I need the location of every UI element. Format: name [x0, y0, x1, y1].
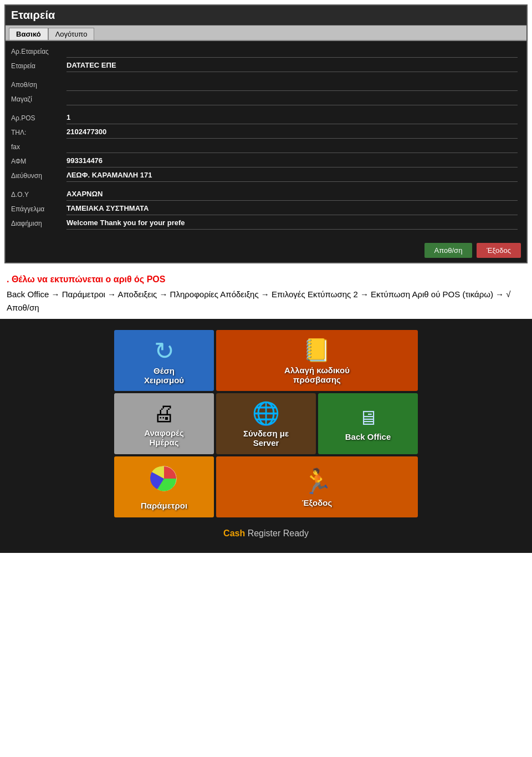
- form-row-ar-etaireias: Αρ.Εταιρείας: [11, 47, 518, 59]
- register-ready-text: Register Ready: [245, 529, 309, 538]
- run-icon: 🏃: [302, 467, 332, 496]
- etaireia-panel: Εταιρεία Βασικό Λογότυπο Αρ.Εταιρείας Ετ…: [4, 4, 528, 263]
- tab-vasiko[interactable]: Βασικό: [9, 28, 48, 40]
- printer-icon: 🖨: [153, 401, 175, 426]
- label-ar-etaireias: Αρ.Εταιρείας: [11, 47, 66, 55]
- monitor-icon: 🖥: [358, 407, 378, 430]
- tab-logotypo[interactable]: Λογότυπο: [48, 28, 95, 40]
- tile-exodos-label: Έξοδος: [302, 498, 332, 507]
- form-area: Αρ.Εταιρείας Εταιρεία DATATEC ΕΠΕ Αποθ/σ…: [6, 41, 526, 238]
- tile-backoffice[interactable]: 🖥 Back Office: [318, 393, 418, 454]
- tile-thesi-label: ΘέσηΧειρισμού: [144, 366, 184, 385]
- save-button[interactable]: Αποθ/ση: [424, 243, 473, 258]
- form-buttons: Αποθ/ση Έξοδος: [6, 238, 526, 262]
- tile-exodos[interactable]: 🏃 Έξοδος: [216, 456, 418, 517]
- value-apothisi: [66, 80, 518, 91]
- form-row-apothisi: Αποθ/ση: [11, 80, 518, 92]
- tile-thesi[interactable]: ↻ ΘέσηΧειρισμού: [114, 330, 214, 391]
- tile-backoffice-label: Back Office: [345, 432, 391, 441]
- tile-anafores[interactable]: 🖨 ΑναφορέςΗμέρας: [114, 393, 214, 454]
- label-fax: fax: [11, 142, 66, 151]
- value-afm: 993314476: [66, 156, 518, 167]
- form-row-etaireia: Εταιρεία DATATEC ΕΠΕ: [11, 61, 518, 73]
- instruction-body: Back Office → Παράμετροι → Αποδειξεις → …: [7, 288, 525, 314]
- tile-parametroi[interactable]: Παράμετροι: [114, 456, 214, 517]
- form-row-dieythynsi: Διεύθυνση ΛΕΩΦ. ΚΑΡΑΜΑΝΛΗ 171: [11, 171, 518, 183]
- label-dieythynsi: Διεύθυνση: [11, 171, 66, 180]
- label-magazi: Μαγαζί: [11, 94, 66, 103]
- tile-anafores-label: ΑναφορέςΗμέρας: [144, 428, 184, 447]
- label-doy: Δ.Ο.Υ: [11, 190, 66, 199]
- value-etaireia: DATATEC ΕΠΕ: [66, 61, 518, 72]
- globe-icon: 🌐: [252, 400, 280, 426]
- value-dieythynsi: ΛΕΩΦ. ΚΑΡΑΜΑΝΛΗ 171: [66, 171, 518, 182]
- label-epaggelma: Επάγγελμα: [11, 204, 66, 213]
- tile-allagi-label: Αλλαγή κωδικούπρόσβασης: [284, 365, 350, 384]
- tiles-grid: ↻ ΘέσηΧειρισμού 📒 Αλλαγή κωδικούπρόσβαση…: [114, 330, 418, 517]
- tile-syndesi-label: Σύνδεση μεServer: [243, 429, 289, 448]
- value-diafimisi: Welcome Thank you for your prefe: [66, 219, 518, 230]
- form-row-fax: fax: [11, 142, 518, 154]
- label-etaireia: Εταιρεία: [11, 61, 66, 70]
- instruction-section: . Θέλω να εκτυπώνεται ο αριθ ός POS Back…: [0, 268, 532, 319]
- cash-register-status: Cash Register Ready: [223, 517, 309, 547]
- cash-word: Cash: [223, 529, 245, 538]
- value-magazi: [66, 94, 518, 105]
- tile-syndesi[interactable]: 🌐 Σύνδεση μεServer: [216, 393, 316, 454]
- tabs-bar: Βασικό Λογότυπο: [6, 26, 526, 41]
- book-icon: 📒: [303, 337, 331, 363]
- label-afm: ΑΦΜ: [11, 156, 66, 165]
- form-row-doy: Δ.Ο.Υ ΑΧΑΡΝΩΝ: [11, 190, 518, 202]
- value-arpos: 1: [66, 113, 518, 124]
- menu-section: ↻ ΘέσηΧειρισμού 📒 Αλλαγή κωδικούπρόσβαση…: [0, 319, 532, 553]
- value-fax: [66, 142, 518, 153]
- label-thl: ΤΗΛ:: [11, 128, 66, 136]
- pie-icon: [149, 464, 179, 499]
- tile-parametroi-label: Παράμετροι: [141, 501, 187, 510]
- form-row-afm: ΑΦΜ 993314476: [11, 156, 518, 169]
- label-diafimisi: Διαφήμιση: [11, 219, 66, 227]
- form-row-diafimisi: Διαφήμιση Welcome Thank you for your pre…: [11, 219, 518, 231]
- instruction-title: . Θέλω να εκτυπώνεται ο αριθ ός POS: [7, 275, 525, 284]
- form-row-thl: ΤΗΛ: 2102477300: [11, 128, 518, 140]
- arrows-icon: ↻: [154, 337, 175, 365]
- label-apothisi: Αποθ/ση: [11, 80, 66, 89]
- exit-button[interactable]: Έξοδος: [477, 243, 521, 258]
- value-epaggelma: ΤΑΜΕΙΑΚΑ ΣΥΣΤΗΜΑΤΑ: [66, 204, 518, 215]
- form-row-epaggelma: Επάγγελμα ΤΑΜΕΙΑΚΑ ΣΥΣΤΗΜΑΤΑ: [11, 204, 518, 216]
- form-row-arpos: Αρ.POS 1: [11, 113, 518, 125]
- panel-title: Εταιρεία: [6, 6, 526, 26]
- value-thl: 2102477300: [66, 128, 518, 139]
- form-row-magazi: Μαγαζί: [11, 94, 518, 106]
- tile-allagi[interactable]: 📒 Αλλαγή κωδικούπρόσβασης: [216, 330, 418, 391]
- value-ar-etaireias: [66, 47, 518, 58]
- value-doy: ΑΧΑΡΝΩΝ: [66, 190, 518, 201]
- label-arpos: Αρ.POS: [11, 113, 66, 122]
